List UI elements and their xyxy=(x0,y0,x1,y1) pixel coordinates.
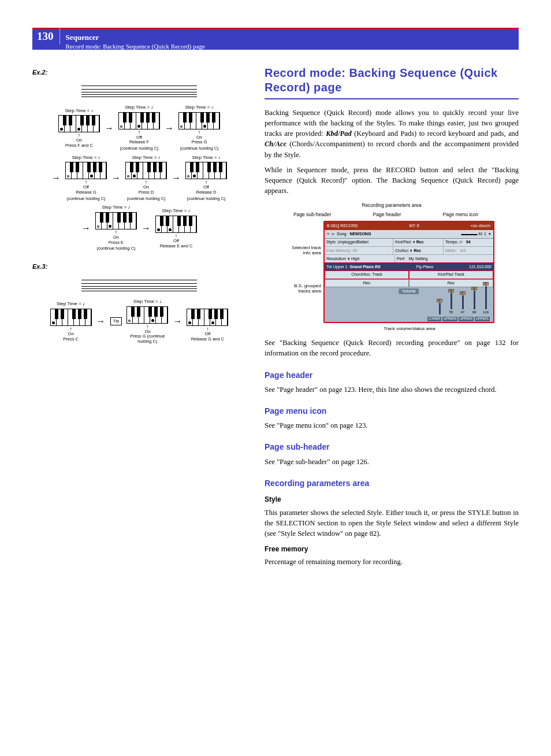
arrow-right-icon: → xyxy=(96,314,106,328)
device-screen: B.SEQ RECORD MT: 0 <no chord> ≡ ∞ Song: … xyxy=(323,221,494,323)
menu-triangle-icon: ▾ xyxy=(489,231,491,237)
tie-label: Tie xyxy=(110,317,122,325)
heading-page-header: Page header xyxy=(265,369,519,381)
step-keyboard: Step Time = ♪ ↑ OnPress D (continue hold… xyxy=(125,154,167,202)
step-keyboard: Step Time = ♪ ↑ OnPress F and C xyxy=(58,108,100,149)
step-keyboard: Step Time = ♩ ↑ OnPress C xyxy=(50,301,92,342)
device-screenshot-figure: Recording parameters area Page sub-heade… xyxy=(288,202,496,332)
paragraph-menu-icon: See "Page menu icon" on page 123. xyxy=(265,420,519,431)
header-subsection: Record mode: Backing Sequence (Quick Rec… xyxy=(66,43,205,50)
example-3-figure: Step Time = ♩ ↑ OnPress C → Tie Step Tim… xyxy=(47,275,232,344)
track-label: UPPER3 xyxy=(442,317,457,321)
track-label: UPPER1 xyxy=(475,317,490,321)
example-2-label: Ex.2: xyxy=(32,68,246,77)
music-staff-icon xyxy=(81,81,197,101)
step-keyboard: Step Time = ♪ ↑ OnPress G (continue hold… xyxy=(178,104,220,152)
callout-page-header: Page header xyxy=(373,211,401,218)
volume-slider: P xyxy=(435,299,444,315)
arrow-right-icon: → xyxy=(142,221,151,235)
volume-slider: M55 xyxy=(447,289,455,315)
left-column: Ex.2: Step Time = ♪ ↑ OnPress F and C xyxy=(32,66,246,572)
arrow-right-icon: → xyxy=(51,171,61,184)
paragraph-page-header: See "Page header" on page 123. Here, thi… xyxy=(265,384,519,395)
step-keyboard: Step Time = ♪ ↑ OffRelease D (continue h… xyxy=(185,154,227,202)
volume-slider: P47 xyxy=(459,291,467,315)
step-keyboard: Step Time = ♪ ↑ OnPress E (continue hold… xyxy=(95,204,137,252)
song-name: NEWSONG xyxy=(349,231,371,237)
volume-slider: P116 xyxy=(482,282,490,315)
heading-sub-header: Page sub-header xyxy=(265,441,519,453)
loop-icon: ∞ xyxy=(332,231,334,237)
intro-paragraph-1: Backing Sequence (Quick Record) mode all… xyxy=(265,108,519,160)
callout-bs-tracks: B.S. grouped tracks area xyxy=(288,284,321,294)
callout-rec-params: Recording parameters area xyxy=(288,202,496,211)
callout-selected-track: Selected track info area xyxy=(288,246,321,256)
page-header-bar: 130 Sequencer Record mode: Backing Seque… xyxy=(32,28,519,50)
bs-track-kbd-pad: Kbd/Pad Track xyxy=(409,270,493,279)
heading-free-memory: Free memory xyxy=(265,544,519,554)
device-meter: MT: 0 xyxy=(409,223,419,229)
header-section: Sequencer xyxy=(66,33,205,42)
example-3-label: Ex.3: xyxy=(32,262,246,272)
intro-paragraph-2: While in Sequencer mode, press the RECOR… xyxy=(265,165,519,196)
document-page: 130 Sequencer Record mode: Backing Seque… xyxy=(0,0,551,595)
arrow-right-icon: → xyxy=(165,121,174,135)
device-chord: <no chord> xyxy=(471,223,491,229)
step-keyboard: Step Time = ♪ ↑ OffRelease F (continue h… xyxy=(118,104,160,152)
bs-track-chord-acc: Chord/Acc. Track xyxy=(325,270,409,279)
example-2-figure: Step Time = ♪ ↑ OnPress F and C → Step T… xyxy=(47,81,232,252)
arrow-right-icon: → xyxy=(173,314,182,328)
arrow-right-icon: → xyxy=(105,121,114,135)
volume-slider: M69 xyxy=(470,287,478,315)
hamburger-icon: ≡ xyxy=(327,231,329,237)
paragraph-sub-header: See "Page sub-header" on page 126. xyxy=(265,457,519,467)
heading-style: Style xyxy=(265,495,519,505)
paragraph-free-memory: Percentage of remaining memory for recor… xyxy=(265,557,519,567)
step-keyboard: Step Time = ♩ ↑ OnPress G (continue hold… xyxy=(126,298,168,344)
volume-area: Volume PM55P47M69P116 LOWERUPPER3UPPER2U… xyxy=(325,287,493,322)
device-title: B.SEQ RECORD xyxy=(327,223,358,229)
arrow-right-icon: → xyxy=(81,221,91,235)
callout-volume-status: Track volume/status area xyxy=(288,325,496,332)
heading-recording-params: Recording parameters area xyxy=(265,477,519,489)
step-keyboard: Step Time = ♪ ↑ OffRelease G (continue h… xyxy=(65,154,107,202)
music-staff-icon xyxy=(81,275,197,295)
step-keyboard: ↑ OffRelease G and C xyxy=(187,301,228,342)
track-label: UPPER2 xyxy=(459,317,474,321)
right-column: Record mode: Backing Sequence (Quick Rec… xyxy=(265,66,519,572)
page-number: 130 xyxy=(37,28,60,45)
arrow-right-icon: → xyxy=(172,171,181,184)
callout-menu-icon: Page menu icon xyxy=(443,211,478,218)
paragraph-style: This parameter shows the selected Style.… xyxy=(265,507,519,539)
step-keyboard: Step Time = ♪ ↑ OffRelease E and C xyxy=(155,207,197,249)
callout-sub-header: Page sub-header xyxy=(293,211,331,218)
heading-menu-icon: Page menu icon xyxy=(265,405,519,417)
section-title: Record mode: Backing Sequence (Quick Rec… xyxy=(265,66,519,99)
arrow-right-icon: → xyxy=(111,171,121,184)
track-label: LOWER xyxy=(427,317,441,321)
see-recording-procedure: See "Backing Sequence (Quick Record) rec… xyxy=(265,338,519,358)
